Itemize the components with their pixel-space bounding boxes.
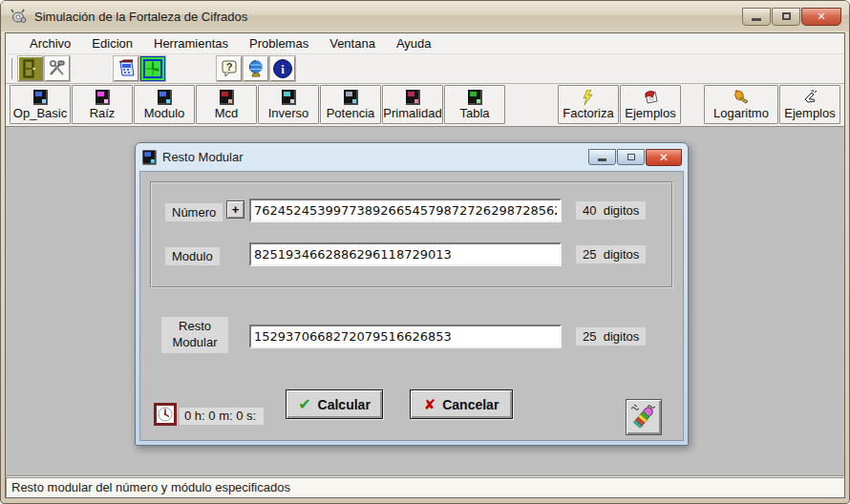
minimize-button[interactable] [742,8,771,26]
close-icon: ✕ [659,151,669,164]
dialog-minimize-button[interactable] [588,149,616,165]
modulo-button[interactable]: Modulo [134,85,195,124]
dialog-title: Resto Modular [162,150,587,164]
timer-clock-icon [154,403,177,426]
logarithm-icon [733,90,750,105]
menu-herramientas[interactable]: Herramientas [143,34,239,52]
menu-problemas[interactable]: Problemas [239,34,319,52]
op-basic-button[interactable]: Op_Basic [10,85,71,124]
close-icon: ✕ [817,10,825,23]
resto-input[interactable] [249,325,562,348]
ejemplos-button[interactable]: Ejemplos [620,85,681,124]
toolbar-grip [10,58,12,79]
dialog-close-button[interactable]: ✕ [646,149,682,166]
potencia-button[interactable]: Potencia [320,85,381,124]
tools-button[interactable] [45,56,70,81]
dialog-titlebar: Resto Modular ✕ [136,143,688,171]
modulo-label: Modulo [165,247,220,265]
main-titlebar: Simulación de la Fortaleza de Cifrados ✕ [1,1,849,32]
status-bar: Resto modular del número y módulo especi… [6,477,844,497]
report-crayon-button[interactable] [626,399,662,435]
quick-toolbar: ? i [6,54,844,84]
operations-toolbar: Op_Basic Raíz Modulo Mcd Inverso Potenci… [6,84,844,127]
graph-icon [143,59,162,78]
calculator-icon [158,90,172,105]
info-icon: i [272,58,293,79]
modulo-digit-count: 25 digitos [576,245,646,263]
close-button[interactable]: ✕ [801,8,841,26]
crayon-icon [629,403,658,431]
window-title: Simulación de la Fortaleza de Cifrados [34,10,742,24]
minimize-icon [752,18,761,21]
main-window: Simulación de la Fortaleza de Cifrados ✕… [0,0,850,504]
resto-digit-count: 25 digitos [576,327,646,346]
calcular-button[interactable]: ✔ Calcular [286,389,383,419]
numero-digit-count: 40 digitos [576,201,646,220]
calculator-icon [344,90,358,105]
tools-icon [48,59,67,78]
dialog-restore-button[interactable] [617,149,645,165]
calculator-tool-button[interactable] [114,56,138,81]
info-button[interactable]: i [270,56,295,81]
resto-label: Resto Modular [161,317,228,353]
tabla-button[interactable]: Tabla [444,85,505,124]
calculator-tool-icon [117,59,136,78]
graph-button[interactable] [140,56,165,81]
raiz-button[interactable]: Raíz [72,85,133,124]
calculator-icon [33,90,48,105]
factoriza-button[interactable]: Factoriza [558,85,619,124]
modulo-input[interactable] [249,242,562,266]
dialog-client: Número + 40 digitos Modulo 25 digitos Re… [139,171,684,441]
mcd-button[interactable]: Mcd [196,85,257,124]
globe-icon [246,59,266,78]
menu-ventana[interactable]: Ventana [319,34,386,52]
exit-door-button[interactable] [18,56,43,81]
mdi-client-area: Resto Modular ✕ Número + 40 digitos Modu… [6,127,844,476]
inputs-panel [150,181,673,288]
menu-ayuda[interactable]: Ayuda [386,34,442,52]
calculator-icon [220,90,234,105]
logaritmo-button[interactable]: Logaritmo [704,85,778,124]
menu-edicion[interactable]: Edicion [81,34,143,52]
calculator-icon [282,90,296,105]
help-icon: ? [221,59,239,78]
pointer-hand-icon [802,90,818,105]
calculator-icon [96,90,110,105]
restore-icon [627,154,635,160]
restore-icon [782,12,791,20]
primalidad-button[interactable]: Primalidad [382,85,443,124]
lightning-icon [581,90,596,105]
help-button[interactable]: ? [217,56,242,81]
minimize-icon [598,158,606,161]
ejemplos-logaritmo-button[interactable]: Ejemplos [779,85,840,124]
check-icon: ✔ [298,395,310,413]
svg-text:i: i [281,62,285,76]
examples-book-icon [643,90,659,105]
status-text: Resto modular del número y módulo especi… [11,480,290,494]
timer-text: 0 h: 0 m: 0 s: [180,408,264,425]
restore-button[interactable] [772,8,800,26]
globe-button[interactable] [244,56,268,81]
calculator-icon [406,90,420,105]
x-icon: ✘ [424,396,436,413]
cancelar-button[interactable]: ✘ Cancelar [410,389,513,419]
calculator-icon [468,90,482,105]
dialog-icon [142,150,156,164]
numero-input[interactable] [249,199,562,222]
svg-text:?: ? [225,61,232,73]
numero-label: Número [165,203,223,221]
resto-modular-dialog: Resto Modular ✕ Número + 40 digitos Modu… [135,142,689,446]
inverso-button[interactable]: Inverso [258,85,319,124]
app-icon [11,9,28,24]
menu-archivo[interactable]: Archivo [19,34,81,52]
increase-number-button[interactable]: + [226,200,244,219]
menu-bar: Archivo Edicion Herramientas Problemas V… [6,33,844,54]
exit-door-icon [22,59,39,78]
